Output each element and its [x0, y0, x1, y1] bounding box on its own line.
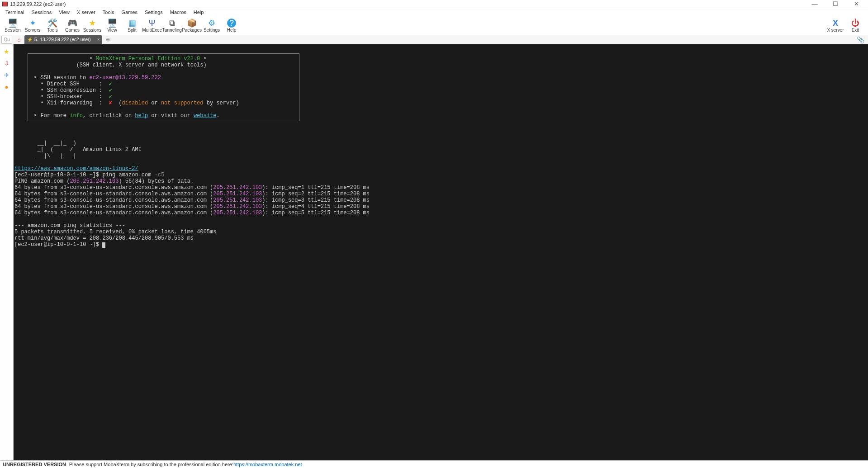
tool-xserver[interactable]: XX server: [825, 17, 845, 35]
session-icon: 🖥️: [8, 19, 18, 28]
side-send-icon[interactable]: ✈: [2, 71, 11, 80]
quick-entry[interactable]: Qu: [1, 36, 12, 44]
prompt: [ec2-user@ip-10-0-1-10 ~]$: [14, 172, 102, 178]
tab-close-icon[interactable]: ×: [97, 37, 100, 42]
tool-exit[interactable]: ⏻Exit: [845, 17, 865, 35]
ping-reply: 64 bytes from s3-console-us-standard.con…: [14, 184, 370, 191]
tool-tools[interactable]: 🛠️Tools: [43, 17, 62, 35]
app-icon: [2, 1, 8, 7]
toolbar: 🖥️Session ✦Servers 🛠️Tools 🎮Games ★Sessi…: [0, 16, 868, 35]
servers-icon: ✦: [29, 19, 36, 28]
svg-rect-1: [3, 2, 8, 6]
menu-help[interactable]: Help: [190, 9, 208, 15]
title-bar: 13.229.59.222 (ec2-user) — ☐ ✕: [0, 0, 868, 8]
ping-stats-line: rtt min/avg/max/mdev = 208.236/208.445/2…: [14, 235, 194, 241]
cursor: [102, 242, 105, 248]
tab-index: 5.: [34, 37, 38, 42]
banner-subtitle: (SSH client, X server and network tools): [76, 62, 207, 68]
prompt: [ec2-user@ip-10-0-1-10 ~]$: [14, 241, 102, 248]
maximize-button[interactable]: ☐: [829, 0, 842, 7]
new-tab-button[interactable]: ⊕: [103, 37, 112, 43]
exit-icon: ⏻: [851, 19, 859, 28]
help-link[interactable]: help: [135, 113, 148, 119]
menu-bar: Terminal Sessions View X server Tools Ga…: [0, 8, 868, 16]
tunneling-icon: ⧉: [169, 19, 175, 28]
packages-icon: 📦: [187, 19, 197, 28]
banner-title: MobaXterm Personal Edition v22.0: [96, 56, 200, 62]
tool-multiexec[interactable]: ΨMultiExec: [142, 17, 162, 35]
tool-split[interactable]: ▦Split: [122, 17, 142, 35]
tool-packages[interactable]: 📦Packages: [182, 17, 202, 35]
check-icon: ✔: [109, 81, 112, 87]
workspace: ★ ⇩ ✈ ● • MobaXterm Personal Edition v22…: [0, 44, 868, 460]
side-download-icon[interactable]: ⇩: [2, 59, 11, 68]
tab-title: 13.229.59.222 (ec2-user): [40, 37, 90, 42]
command: ping amazon.com -c5: [102, 172, 164, 178]
close-button[interactable]: ✕: [850, 0, 863, 7]
banner-box: • MobaXterm Personal Edition v22.0 • (SS…: [14, 53, 867, 128]
tool-tunneling[interactable]: ⧉Tunneling: [162, 17, 182, 35]
tools-icon: 🛠️: [47, 19, 57, 28]
menu-sessions[interactable]: Sessions: [28, 9, 56, 15]
ssh-target: ec2-user@13.229.59.222: [89, 75, 161, 81]
website-link[interactable]: website: [194, 113, 216, 119]
tool-sessions-star[interactable]: ★Sessions: [82, 17, 102, 35]
side-star-icon[interactable]: ★: [2, 47, 11, 56]
clip-icon[interactable]: 📎: [857, 36, 864, 43]
tool-servers[interactable]: ✦Servers: [23, 17, 43, 35]
minimize-button[interactable]: —: [808, 0, 821, 7]
multiexec-icon: Ψ: [148, 19, 155, 28]
ascii-art: __| __|_ ) _| ( / Amazon Linux 2 AMI ___…: [14, 140, 142, 159]
side-dot-icon[interactable]: ●: [2, 82, 11, 91]
menu-view[interactable]: View: [55, 9, 73, 15]
ping-reply: 64 bytes from s3-console-us-standard.con…: [14, 191, 370, 197]
menu-macros[interactable]: Macros: [166, 9, 190, 15]
check-icon: ✔: [109, 94, 112, 100]
session-tab-active[interactable]: ⚡ 5. 13.229.59.222 (ec2-user) ×: [24, 35, 102, 44]
xserver-icon: X: [833, 19, 838, 28]
ping-reply: 64 bytes from s3-console-us-standard.con…: [14, 197, 370, 203]
ping-reply: 64 bytes from s3-console-us-standard.con…: [14, 203, 370, 210]
status-bar: UNREGISTERED VERSION - Please support Mo…: [0, 460, 868, 468]
help-icon: ?: [227, 19, 236, 28]
menu-settings[interactable]: Settings: [141, 9, 166, 15]
ping-header: PING amazon.com (205.251.242.103) 56(84)…: [14, 178, 194, 184]
tool-help[interactable]: ?Help: [222, 17, 242, 35]
view-icon: 🖥️: [107, 19, 117, 28]
settings-icon: ⚙: [208, 19, 215, 28]
banner-info-line: ➤ For more info, ctrl+click on help or v…: [31, 113, 294, 119]
tool-settings[interactable]: ⚙Settings: [202, 17, 222, 35]
check-icon: ✔: [109, 87, 112, 94]
banner-ssh-line: ➤ SSH session to ec2-user@13.229.59.222: [31, 75, 161, 81]
split-icon: ▦: [128, 19, 136, 28]
tool-view[interactable]: 🖥️View: [102, 17, 122, 35]
tab-strip: Qu ⌂ ⚡ 5. 13.229.59.222 (ec2-user) × ⊕ 📎: [0, 35, 868, 44]
menu-xserver[interactable]: X server: [73, 9, 99, 15]
window-title: 13.229.59.222 (ec2-user): [10, 1, 808, 7]
side-panel: ★ ⇩ ✈ ●: [0, 44, 14, 460]
menu-tools[interactable]: Tools: [99, 9, 118, 15]
ping-stats-header: --- amazon.com ping statistics ---: [14, 222, 125, 229]
x-icon: ✘: [109, 100, 112, 106]
ping-reply: 64 bytes from s3-console-us-standard.con…: [14, 210, 370, 216]
status-link[interactable]: https://mobaxterm.mobatek.net: [233, 462, 302, 467]
ping-stats-line: 5 packets transmitted, 5 received, 0% pa…: [14, 229, 216, 235]
lightning-icon: ⚡: [27, 37, 33, 42]
tool-session[interactable]: 🖥️Session: [3, 17, 23, 35]
star-icon: ★: [89, 19, 96, 28]
menu-terminal[interactable]: Terminal: [2, 9, 28, 15]
home-tab[interactable]: ⌂: [14, 36, 24, 44]
tool-games[interactable]: 🎮Games: [62, 17, 82, 35]
terminal[interactable]: • MobaXterm Personal Edition v22.0 • (SS…: [14, 44, 868, 460]
amazon-linux-link[interactable]: https://aws.amazon.com/amazon-linux-2/: [14, 165, 138, 172]
games-icon: 🎮: [67, 19, 77, 28]
window-controls: — ☐ ✕: [808, 0, 866, 7]
status-text: - Please support MobaXterm by subscribin…: [66, 462, 233, 467]
status-unregistered: UNREGISTERED VERSION: [3, 462, 66, 467]
menu-games[interactable]: Games: [118, 9, 141, 15]
